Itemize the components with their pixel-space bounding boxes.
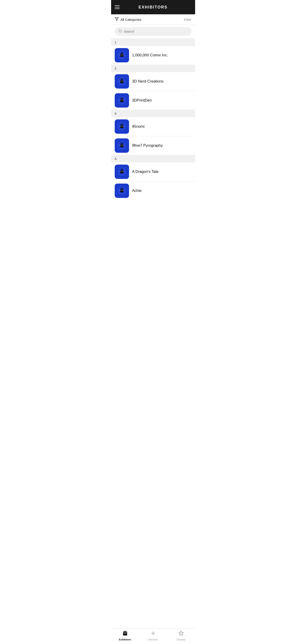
svg-rect-52 <box>121 189 122 190</box>
nav-cosplay[interactable]: Cosplay <box>167 628 195 644</box>
svg-rect-53 <box>122 189 123 190</box>
svg-rect-5 <box>122 53 123 54</box>
svg-rect-20 <box>121 98 122 99</box>
filter-icon <box>115 17 119 22</box>
header: EXHIBITORS <box>111 0 195 14</box>
menu-button[interactable] <box>115 5 120 9</box>
plus-icon <box>150 630 156 637</box>
search-input[interactable] <box>124 30 188 33</box>
filter-button[interactable]: Filter <box>184 18 191 22</box>
exhibitor-logo <box>115 93 129 108</box>
exhibitor-name: 1,000,000 Comix Inc. <box>132 53 168 58</box>
svg-rect-12 <box>121 80 122 80</box>
svg-rect-29 <box>122 124 123 125</box>
svg-rect-28 <box>121 124 122 125</box>
star-icon <box>178 630 184 637</box>
bag-icon <box>122 630 128 637</box>
filter-label: All Categories <box>120 18 141 22</box>
exhibitor-name: Achie <box>132 188 142 193</box>
exhibitor-name: 95nomi <box>132 124 145 129</box>
section-header-a: A <box>111 155 195 162</box>
page-title: EXHIBITORS <box>138 5 168 10</box>
exhibitor-logo <box>115 138 129 153</box>
svg-rect-44 <box>121 170 122 170</box>
exhibitor-logo <box>115 48 129 62</box>
nav-exhibitors-label: Exhibitors <box>119 638 131 641</box>
nav-services[interactable]: Services <box>139 628 167 644</box>
exhibitor-logo <box>115 164 129 179</box>
search-bar <box>111 25 195 39</box>
list-item[interactable]: 3DPrintDen <box>111 91 195 110</box>
svg-rect-4 <box>121 53 122 54</box>
exhibitor-name: 3DPrintDen <box>132 98 152 103</box>
exhibitors-list: 1 1,000,000 Comix Inc.3 <box>111 39 195 200</box>
search-input-wrapper[interactable] <box>115 27 192 36</box>
section-header-9: 9 <box>111 110 195 117</box>
exhibitor-name: A Dragon's Tale <box>132 170 159 174</box>
list-item[interactable]: Achie <box>111 181 195 200</box>
filter-left[interactable]: All Categories <box>115 17 141 22</box>
list-item[interactable]: A Dragon's Tale <box>111 162 195 181</box>
svg-rect-21 <box>122 98 123 99</box>
svg-marker-0 <box>115 18 118 20</box>
list-item[interactable]: 95nomi <box>111 117 195 136</box>
svg-rect-36 <box>121 144 122 144</box>
svg-rect-37 <box>122 144 123 144</box>
exhibitor-logo <box>115 184 129 198</box>
nav-services-label: Services <box>148 638 158 641</box>
svg-line-2 <box>121 32 121 32</box>
exhibitor-name: 3D Nerd Creations <box>132 79 164 84</box>
filter-bar: All Categories Filter <box>111 14 195 25</box>
list-item[interactable]: 1,000,000 Comix Inc. <box>111 46 195 65</box>
section-header-1: 1 <box>111 39 195 46</box>
exhibitor-logo <box>115 120 129 134</box>
section-header-3: 3 <box>111 65 195 72</box>
exhibitor-logo <box>115 74 129 88</box>
svg-marker-62 <box>179 631 183 635</box>
list-item[interactable]: 9five7 Pyrography <box>111 136 195 155</box>
nav-cosplay-label: Cosplay <box>177 638 186 641</box>
bottom-nav: Exhibitors Services Cosplay <box>111 628 195 644</box>
list-item[interactable]: 3D Nerd Creations <box>111 72 195 91</box>
exhibitor-name: 9five7 Pyrography <box>132 143 163 148</box>
svg-rect-45 <box>122 170 123 170</box>
svg-rect-13 <box>122 80 123 80</box>
nav-exhibitors[interactable]: Exhibitors <box>111 628 139 644</box>
search-icon <box>118 29 122 34</box>
